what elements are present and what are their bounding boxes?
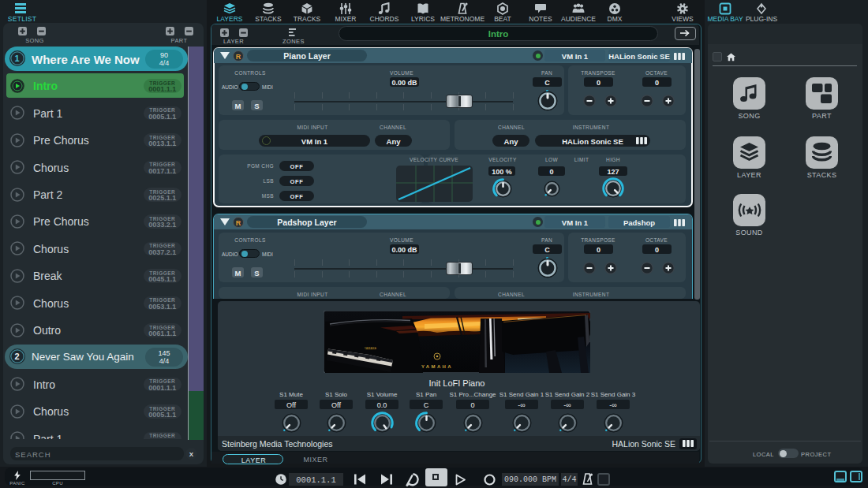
svg-text:YAMAHA: YAMAHA	[421, 364, 453, 369]
svg-text:YAMAHA: YAMAHA	[365, 347, 376, 350]
